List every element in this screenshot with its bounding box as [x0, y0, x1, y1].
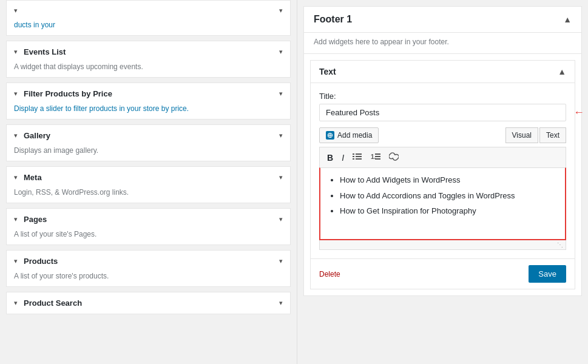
add-media-icon: [326, 131, 334, 140]
svg-rect-11: [375, 153, 380, 155]
widget-item-gallery: ▾ Gallery ▾ Displays an image gallery.: [6, 124, 291, 161]
widget-desc-pages: A list of your site's Pages.: [7, 230, 290, 244]
ordered-list-button[interactable]: 1.: [368, 151, 383, 164]
widget-title-product-search: Product Search: [24, 298, 82, 308]
widget-desc-meta: Login, RSS, & WordPress.org links.: [7, 188, 290, 203]
widget-title-products: Products: [24, 257, 58, 266]
chevron-right-icon: ▾: [279, 48, 283, 56]
widget-footer-actions: Delete Save: [311, 258, 575, 289]
chevron-right-icon: ▾: [279, 215, 283, 223]
content-list-item: How to Add Widgets in WordPress: [340, 174, 558, 186]
widget-item-events-list: ▾ Events List ▾ A widget that displays u…: [6, 41, 291, 78]
widget-header-gallery[interactable]: ▾ Gallery ▾: [7, 125, 290, 146]
text-widget: Text ▲ Title: ←: [310, 60, 575, 289]
widget-header-partial-1[interactable]: ▾ ▾: [7, 1, 290, 21]
footer-title: Footer 1: [314, 14, 352, 25]
save-button[interactable]: Save: [529, 265, 566, 283]
text-widget-label: Text: [319, 67, 336, 76]
widget-item-product-search: ▾ Product Search ▾: [6, 292, 291, 314]
chevron-up-icon[interactable]: ▲: [563, 15, 572, 24]
widget-item-meta: ▾ Meta ▾ Login, RSS, & WordPress.org lin…: [6, 166, 291, 203]
widget-header-products[interactable]: ▾ Products ▾: [7, 251, 290, 272]
chevron-down-icon: ▾: [14, 299, 18, 307]
widget-item-products: ▾ Products ▾ A list of your store's prod…: [6, 250, 291, 287]
svg-rect-7: [356, 156, 362, 157]
visual-tab-label: Visual: [512, 131, 532, 140]
text-tab-label: Text: [546, 131, 559, 140]
chevron-down-icon: ▾: [14, 215, 18, 223]
widget-item-pages: ▾ Pages ▾ A list of your site's Pages.: [6, 208, 291, 245]
content-list-item: How to Get Inspiration for Photography: [340, 205, 558, 217]
svg-rect-4: [353, 153, 354, 155]
widget-desc-events-list: A widget that displays upcoming events.: [7, 62, 290, 77]
right-panel: Footer 1 ▲ Add widgets here to appear in…: [297, 0, 588, 364]
chevron-down-icon: ▾: [14, 7, 18, 15]
widget-header-pages[interactable]: ▾ Pages ▾: [7, 209, 290, 230]
formatting-toolbar: B I 1.: [319, 147, 566, 167]
chevron-down-icon: ▾: [14, 132, 18, 140]
svg-rect-5: [356, 153, 362, 155]
widget-list-panel: ▾ ▾ ducts in your ▾ Events List ▾ A widg…: [0, 0, 297, 364]
add-media-label: Add media: [337, 131, 372, 140]
link-icon: [389, 153, 399, 163]
chevron-right-icon: ▾: [279, 257, 283, 265]
chevron-down-icon: ▾: [14, 48, 18, 56]
text-widget-body: Title: ← Add media: [311, 83, 575, 258]
italic-button[interactable]: I: [339, 152, 346, 164]
unordered-list-button[interactable]: [350, 151, 365, 164]
title-input-wrapper: ←: [319, 104, 566, 121]
widget-header-filter-products[interactable]: ▾ Filter Products by Price ▾: [7, 83, 290, 104]
chevron-down-icon: ▾: [14, 257, 18, 265]
chevron-right-icon: ▾: [279, 90, 283, 98]
widget-desc-products: A list of your store's products.: [7, 272, 290, 286]
view-tabs: Visual Text: [505, 127, 566, 143]
svg-rect-13: [375, 158, 380, 160]
content-list: How to Add Widgets in WordPressHow to Ad…: [328, 174, 558, 217]
widget-desc-gallery: Displays an image gallery.: [7, 146, 290, 161]
widget-desc-filter-products: Display a slider to filter products in y…: [7, 104, 290, 119]
widget-item-filter-products: ▾ Filter Products by Price ▾ Display a s…: [6, 83, 291, 120]
widget-header-events-list[interactable]: ▾ Events List ▾: [7, 41, 290, 62]
arrow-indicator-icon: ←: [573, 106, 584, 119]
chevron-right-icon: ▾: [279, 132, 283, 140]
ol-icon: 1.: [371, 153, 380, 163]
chevron-right-icon: ▾: [279, 299, 283, 307]
widget-item-partial-1: ▾ ▾ ducts in your: [6, 0, 291, 36]
widget-title-events-list: Events List: [24, 47, 66, 56]
title-field-label: Title:: [319, 92, 566, 101]
svg-rect-12: [375, 156, 380, 157]
editor-resize-handle[interactable]: ⋱: [319, 240, 566, 250]
italic-icon: I: [342, 153, 344, 163]
footer-subtitle: Add widgets here to appear in your foote…: [304, 33, 581, 54]
svg-rect-6: [353, 156, 354, 157]
footer-widget-area: Footer 1 ▲ Add widgets here to appear in…: [303, 6, 582, 296]
chevron-down-icon: ▾: [14, 90, 18, 98]
widget-title-filter-products: Filter Products by Price: [24, 89, 112, 98]
text-widget-chevron-up-icon[interactable]: ▲: [558, 67, 566, 76]
widget-title-gallery: Gallery: [24, 131, 50, 140]
svg-rect-8: [353, 158, 354, 160]
widget-title-pages: Pages: [24, 215, 47, 224]
content-list-item: How to Add Accordions and Toggles in Wor…: [340, 190, 558, 202]
text-widget-header: Text ▲: [311, 61, 575, 83]
bold-icon: B: [327, 153, 333, 163]
delete-link[interactable]: Delete: [319, 270, 340, 278]
widget-header-meta[interactable]: ▾ Meta ▾: [7, 167, 290, 188]
link-button[interactable]: [387, 151, 401, 164]
content-editor[interactable]: How to Add Widgets in WordPressHow to Ad…: [319, 167, 566, 240]
ul-icon: [353, 153, 362, 163]
footer-header: Footer 1 ▲: [304, 7, 581, 33]
media-toolbar: Add media Visual Text: [319, 127, 566, 143]
chevron-right-icon: ▾: [279, 174, 283, 181]
chevron-down-icon: ▾: [14, 174, 18, 181]
widget-header-product-search[interactable]: ▾ Product Search ▾: [7, 292, 290, 314]
visual-tab[interactable]: Visual: [505, 127, 538, 143]
svg-rect-9: [356, 158, 362, 160]
widget-title-meta: Meta: [24, 173, 42, 182]
title-input[interactable]: [319, 104, 566, 121]
chevron-down-icon-right: ▾: [279, 7, 283, 15]
text-tab[interactable]: Text: [539, 127, 566, 143]
widget-desc-partial-1: ducts in your: [7, 21, 290, 35]
add-media-button[interactable]: Add media: [319, 127, 379, 143]
bold-button[interactable]: B: [325, 152, 336, 164]
